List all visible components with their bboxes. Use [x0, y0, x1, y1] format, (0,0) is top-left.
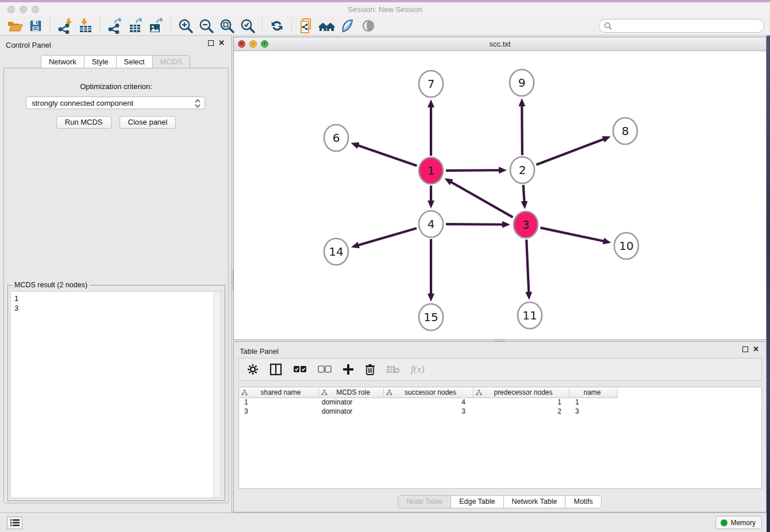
column-header-name[interactable]: name	[569, 387, 618, 398]
graph-edge-3-1[interactable]	[451, 182, 513, 217]
mcds-result-textarea[interactable]: 1 3	[10, 291, 221, 498]
graph-edge-2-9[interactable]	[522, 106, 522, 155]
save-session-icon[interactable]	[25, 17, 46, 34]
graph-node-7[interactable]: 7	[419, 71, 443, 97]
column-header-mcds-role[interactable]: MCDS role	[319, 387, 384, 398]
tab-edge-table[interactable]: Edge Table	[451, 495, 503, 508]
graph-node-3[interactable]: 3	[514, 211, 538, 238]
vizmap-icon[interactable]	[337, 17, 358, 34]
cell-shared-name: 1	[239, 398, 319, 407]
close-panel-icon[interactable]: ✕	[753, 346, 759, 352]
graph-node-label: 11	[522, 309, 537, 322]
tab-node-table[interactable]: Node Table	[398, 495, 451, 508]
cell-mcds-role: dominator	[319, 407, 384, 417]
status-bar: Memory	[0, 512, 767, 532]
delete-table-icon[interactable]	[386, 365, 400, 374]
zoom-in-icon[interactable]	[175, 17, 196, 34]
control-panel-header: Control Panel ✕	[0, 36, 232, 53]
mcds-result-group: MCDS result (2 nodes) 1 3	[7, 285, 225, 501]
network-window-title: scc.txt	[234, 40, 766, 48]
control-panel-tabs: Network Style Select MCDS	[0, 55, 232, 69]
tab-motifs[interactable]: Motifs	[565, 495, 601, 508]
graph-node-8[interactable]: 8	[613, 118, 637, 144]
add-row-icon[interactable]	[342, 364, 354, 375]
deselect-all-icon[interactable]	[318, 365, 332, 373]
toolbar-separator	[100, 18, 101, 33]
search-icon	[604, 22, 612, 30]
tab-network[interactable]: Network	[41, 55, 84, 69]
graph-node-6[interactable]: 6	[324, 125, 348, 151]
float-panel-icon[interactable]	[742, 346, 748, 352]
tab-select[interactable]: Select	[116, 55, 153, 69]
refresh-icon[interactable]	[267, 17, 287, 34]
graph-edge-1-2[interactable]	[446, 170, 499, 171]
select-all-icon[interactable]	[293, 365, 307, 373]
tab-network-table[interactable]: Network Table	[503, 495, 566, 508]
delete-row-icon[interactable]	[365, 364, 375, 375]
result-scrollbar[interactable]	[213, 292, 221, 498]
column-header-shared-name[interactable]: shared name	[239, 387, 319, 398]
export-network-icon[interactable]	[105, 17, 125, 34]
memory-button[interactable]: Memory	[715, 516, 762, 529]
close-panel-icon[interactable]: ✕	[218, 40, 225, 46]
graph-edge-4-3[interactable]	[446, 224, 503, 225]
settings-icon[interactable]	[247, 364, 259, 375]
graph-node-2[interactable]: 2	[510, 157, 534, 183]
export-table-icon[interactable]	[125, 17, 146, 34]
graph-node-label: 1	[428, 164, 435, 178]
memory-label: Memory	[731, 519, 756, 527]
function-builder-icon[interactable]: f(x)	[411, 364, 425, 375]
table-row[interactable]: 3 dominator 3 2 3	[239, 407, 761, 417]
node-table[interactable]: shared name MCDS role successor nodes pr…	[238, 387, 762, 489]
node-table-header: shared name MCDS role successor nodes pr…	[239, 387, 761, 398]
graph-edge-1-6[interactable]	[358, 145, 417, 165]
open-session-icon[interactable]	[5, 17, 25, 34]
graph-edge-3-11[interactable]	[526, 240, 529, 292]
task-list-icon	[10, 519, 20, 527]
tab-style[interactable]: Style	[84, 55, 117, 69]
search-input[interactable]	[615, 22, 764, 30]
splitter-grip-vertical[interactable]	[231, 271, 233, 290]
column-header-successor-nodes[interactable]: successor nodes	[384, 387, 473, 398]
import-table-icon[interactable]	[75, 17, 96, 34]
duplicate-network-icon[interactable]	[296, 17, 317, 34]
table-row[interactable]: 1 dominator 4 1 1	[239, 398, 761, 407]
task-console-button[interactable]	[7, 516, 22, 529]
graph-node-1[interactable]: 1	[419, 157, 443, 184]
zoom-selected-icon[interactable]	[237, 17, 258, 34]
graph-node-9[interactable]: 9	[510, 70, 534, 96]
table-panel-tabs: Node Table Edge Table Network Table Moti…	[234, 495, 766, 508]
hide-panel-icon[interactable]	[358, 17, 379, 34]
export-image-icon[interactable]	[146, 17, 167, 34]
optimization-criterion-dropdown[interactable]: strongly connected component	[26, 97, 205, 109]
column-header-predecessor-nodes[interactable]: predecessor nodes	[473, 387, 569, 398]
float-panel-icon[interactable]	[208, 40, 214, 46]
network-overview-icon[interactable]	[317, 17, 337, 34]
graph-edge-4-14[interactable]	[358, 228, 417, 245]
tab-mcds[interactable]: MCDS	[152, 55, 190, 69]
columns-icon[interactable]	[270, 363, 282, 376]
network-view-window: ✕ − + scc.txt 7968124314101511	[233, 37, 767, 340]
graph-edge-2-8[interactable]	[536, 139, 603, 165]
control-panel: Control Panel ✕ Network Style Select MCD…	[0, 36, 232, 512]
import-network-icon[interactable]	[55, 17, 75, 34]
graph-node-11[interactable]: 11	[518, 302, 542, 329]
search-box[interactable]	[599, 19, 764, 33]
window-title: Session: New Session	[0, 5, 770, 14]
network-canvas[interactable]: 7968124314101511	[234, 51, 766, 340]
graph-edge-2-3[interactable]	[523, 185, 525, 202]
graph-node-15[interactable]: 15	[419, 304, 443, 330]
network-window-titlebar[interactable]: ✕ − + scc.txt	[234, 37, 766, 51]
cell-name: 1	[569, 398, 618, 407]
graph-edge-3-10[interactable]	[540, 228, 603, 241]
graph-node-14[interactable]: 14	[324, 238, 348, 265]
graph-node-10[interactable]: 10	[614, 233, 638, 259]
graph-node-label: 8	[622, 124, 629, 138]
graph-node-4[interactable]: 4	[419, 211, 443, 237]
control-panel-title: Control Panel	[6, 41, 51, 49]
run-mcds-button[interactable]: Run MCDS	[56, 116, 111, 129]
zoom-fit-icon[interactable]	[217, 17, 237, 34]
zoom-out-icon[interactable]	[196, 17, 217, 34]
main-toolbar	[0, 17, 770, 36]
close-panel-button[interactable]: Close panel	[120, 116, 176, 129]
